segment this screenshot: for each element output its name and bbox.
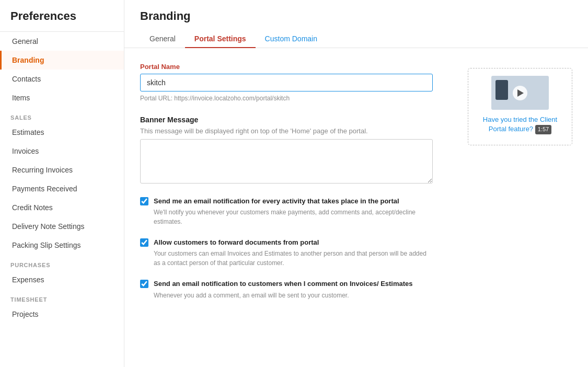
sidebar-item-recurring-invoices[interactable]: Recurring Invoices: [0, 160, 124, 179]
checkbox-email-notification-row: Send me an email notification for every …: [140, 197, 433, 226]
checkbox-forward-documents-label: Allow customers to forward documents fro…: [154, 238, 433, 247]
checkbox-comment-notification-content: Send an email notification to customers …: [154, 279, 413, 300]
banner-message-input[interactable]: [140, 139, 433, 183]
sidebar-title: Preferences: [0, 0, 124, 32]
sidebar-item-estimates[interactable]: Estimates: [0, 123, 124, 142]
play-button: [513, 86, 527, 100]
section-timesheet-label: TIMESHEET: [0, 289, 124, 305]
portal-name-label: Portal Name: [140, 63, 452, 71]
section-purchases-label: PURCHASES: [0, 255, 124, 270]
sidebar-item-general[interactable]: General: [0, 32, 124, 51]
sidebar-item-credit-notes[interactable]: Credit Notes: [0, 198, 124, 217]
checkbox-comment-notification-label: Send an email notification to customers …: [154, 279, 413, 289]
sidebar-item-delivery-note-settings[interactable]: Delivery Note Settings: [0, 217, 124, 236]
banner-message-section: Banner Message This message will be disp…: [140, 116, 452, 185]
page-title: Branding: [140, 9, 572, 23]
main-content: Branding General Portal Settings Custom …: [124, 0, 588, 367]
sidebar: Preferences General Branding Contacts It…: [0, 0, 124, 367]
banner-message-title: Banner Message: [140, 116, 452, 124]
section-sales-label: SALES: [0, 107, 124, 123]
tab-general[interactable]: General: [140, 30, 185, 48]
content-area: Portal Name Portal URL: https://invoice.…: [124, 48, 588, 315]
video-thumbnail: [491, 76, 549, 110]
checkbox-email-notification-label: Send me an email notification for every …: [154, 197, 433, 206]
sidebar-item-contacts[interactable]: Contacts: [0, 70, 124, 88]
video-duration-badge: 1:57: [535, 125, 551, 134]
content-left: Portal Name Portal URL: https://invoice.…: [140, 63, 452, 300]
main-header: Branding General Portal Settings Custom …: [124, 0, 588, 48]
tab-bar: General Portal Settings Custom Domain: [140, 30, 572, 48]
checkbox-comment-notification[interactable]: [140, 280, 148, 288]
tab-portal-settings[interactable]: Portal Settings: [185, 30, 256, 48]
checkbox-forward-documents-sublabel: Your customers can email Invoices and Es…: [154, 249, 433, 268]
content-right: Have you tried the Client Portal feature…: [468, 63, 572, 300]
checkbox-forward-documents[interactable]: [140, 238, 148, 247]
sidebar-item-projects[interactable]: Projects: [0, 305, 124, 324]
video-card[interactable]: Have you tried the Client Portal feature…: [468, 68, 572, 145]
play-triangle-icon: [517, 89, 524, 97]
sidebar-item-items[interactable]: Items: [0, 88, 124, 107]
checkbox-comment-notification-row: Send an email notification to customers …: [140, 279, 433, 300]
sidebar-item-expenses[interactable]: Expenses: [0, 270, 124, 289]
banner-message-desc: This message will be displayed right on …: [140, 127, 452, 135]
checkbox-email-notification-content: Send me an email notification for every …: [154, 197, 433, 226]
checkbox-forward-documents-content: Allow customers to forward documents fro…: [154, 238, 433, 268]
tab-custom-domain[interactable]: Custom Domain: [256, 30, 327, 48]
checkbox-forward-documents-row: Allow customers to forward documents fro…: [140, 238, 433, 268]
portal-name-field: Portal Name Portal URL: https://invoice.…: [140, 63, 452, 102]
sidebar-item-payments-received[interactable]: Payments Received: [0, 179, 124, 198]
sidebar-item-invoices[interactable]: Invoices: [0, 142, 124, 160]
sidebar-item-branding[interactable]: Branding: [0, 51, 124, 70]
checkbox-email-notification-sublabel: We'll notify you whenever your customers…: [154, 208, 433, 226]
portal-url-text: Portal URL: https://invoice.localzoho.co…: [140, 95, 452, 102]
portal-name-input[interactable]: [140, 74, 433, 91]
video-phone-icon: [495, 80, 508, 100]
video-card-text: Have you tried the Client Portal feature…: [476, 115, 564, 134]
sidebar-item-packing-slip-settings[interactable]: Packing Slip Settings: [0, 236, 124, 255]
checkbox-comment-notification-sublabel: Whenever you add a comment, an email wil…: [154, 291, 413, 300]
checkbox-email-notification[interactable]: [140, 197, 148, 205]
